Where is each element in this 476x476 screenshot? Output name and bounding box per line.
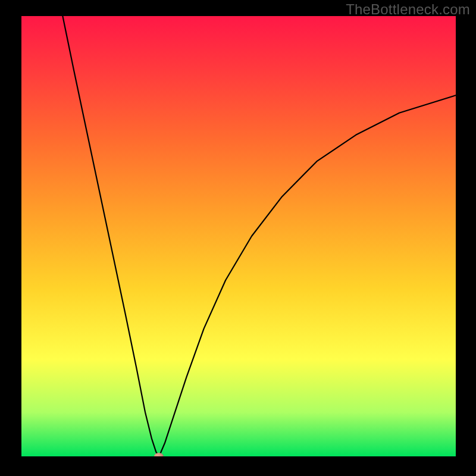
plot-area	[21, 16, 456, 456]
bottleneck-curve	[21, 16, 456, 456]
chart-frame: TheBottleneck.com	[0, 0, 476, 476]
curve-right-branch	[159, 95, 456, 456]
watermark-label: TheBottleneck.com	[346, 1, 470, 18]
minimum-dot	[154, 453, 164, 456]
curve-left-branch	[62, 16, 159, 456]
